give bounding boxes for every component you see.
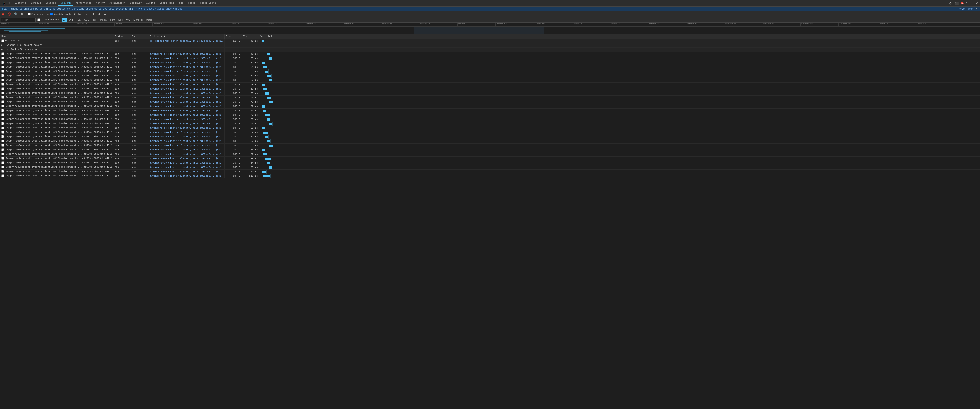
row-checkbox[interactable]	[1, 65, 4, 68]
col-header-initiator[interactable]: Initiator ▲	[148, 34, 224, 39]
table-row[interactable]: ?qsp=true&content-type=application%2Fbon…	[0, 52, 980, 56]
row-checkbox[interactable]	[1, 57, 4, 59]
row-checkbox[interactable]	[1, 144, 4, 146]
row-initiator-cell[interactable]: 3.vendors~so-client-telemetry-aria.d335c…	[148, 113, 224, 117]
row-initiator-cell[interactable]: 3.vendors~so-client-telemetry-aria.d335c…	[148, 121, 224, 126]
row-initiator-cell[interactable]: 3.vendors~so-client-telemetry-aria.d335c…	[148, 52, 224, 56]
preserve-log-checkbox[interactable]: Preserve log	[28, 13, 49, 16]
table-row[interactable]: ?qsp=true&content-type=application%2Fbon…	[0, 100, 980, 104]
row-checkbox[interactable]	[1, 153, 4, 155]
table-row[interactable]: ?qsp=true&content-type=application%2Fbon…	[0, 174, 980, 178]
tab-react[interactable]: React	[186, 1, 197, 6]
row-initiator-cell[interactable]: 3.vendors~so-client-telemetry-aria.d335c…	[148, 148, 224, 152]
error-icon[interactable]: ⬛	[954, 1, 960, 6]
table-row[interactable]: ?qsp=true&content-type=application%2Fbon…	[0, 56, 980, 60]
row-checkbox[interactable]	[1, 109, 4, 112]
device-toggle-icon[interactable]: 📱	[1, 1, 7, 6]
row-initiator-cell[interactable]: 3.vendors~so-client-telemetry-aria.d335c…	[148, 69, 224, 73]
filter-manifest[interactable]: Manifest	[132, 18, 144, 22]
more-options-icon[interactable]: ⋮	[968, 1, 974, 6]
row-initiator-cell[interactable]: 3.vendors~so-client-telemetry-aria.d335c…	[148, 156, 224, 161]
row-checkbox[interactable]	[1, 148, 4, 151]
row-initiator-cell[interactable]: 3.vendors~so-client-telemetry-aria.d335c…	[148, 161, 224, 165]
filter-ws[interactable]: WS	[125, 18, 131, 22]
search-button[interactable]: 🔍	[13, 12, 19, 16]
filter-img[interactable]: Img	[91, 18, 98, 22]
disable-cache-input[interactable]	[50, 13, 53, 16]
row-initiator-cell[interactable]: 3.vendors~so-client-telemetry-aria.d335c…	[148, 165, 224, 169]
disable-cache-checkbox[interactable]: Disable cache	[50, 13, 72, 16]
preserve-log-input[interactable]	[28, 13, 31, 16]
col-header-waterfall[interactable]: Waterfall	[259, 34, 980, 39]
export-har-icon[interactable]: ⬇	[97, 12, 101, 16]
row-name-cell[interactable]: ?qsp=true&content-type=application%2Fbon…	[0, 157, 113, 160]
hide-data-urls-label[interactable]: Hide data URLs	[37, 18, 61, 21]
row-initiator-cell[interactable]: 3.vendors~so-client-telemetry-aria.d335c…	[148, 73, 224, 78]
row-initiator-cell[interactable]: 3.vendors~so-client-telemetry-aria.d335c…	[148, 91, 224, 95]
row-checkbox[interactable]	[1, 157, 4, 160]
tab-performance[interactable]: Performance	[73, 1, 94, 6]
timeline-area[interactable]: 50000 ms 100000 ms 150000 ms 200000 ms 2…	[0, 23, 980, 34]
row-name-cell[interactable]: ?qsp=true&content-type=application%2Fbon…	[0, 65, 113, 68]
table-row[interactable]: ?qsp=true&content-type=application%2Fbon…	[0, 135, 980, 139]
filter-font[interactable]: Font	[109, 18, 116, 22]
close-devtools-icon[interactable]: ✕	[974, 1, 979, 6]
row-name-cell[interactable]: collection	[0, 39, 113, 43]
row-checkbox[interactable]	[1, 140, 4, 142]
row-initiator-cell[interactable]: 3.vendors~so-client-telemetry-aria.d335c…	[148, 130, 224, 135]
row-checkbox[interactable]	[1, 100, 4, 103]
row-checkbox[interactable]	[1, 113, 4, 116]
row-name-cell[interactable]: ?qsp=true&content-type=application%2Fbon…	[0, 104, 113, 108]
row-initiator-cell[interactable]: 3.vendors~so-client-telemetry-aria.d335c…	[148, 56, 224, 60]
row-checkbox[interactable]	[1, 127, 4, 129]
table-row[interactable]: ?qsp=true&content-type=application%2Fbon…	[0, 108, 980, 113]
row-initiator-cell[interactable]: 3.vendors~so-client-telemetry-aria.d335c…	[148, 143, 224, 148]
table-row[interactable]: ?qsp=true&content-type=application%2Fbon…	[0, 130, 980, 135]
tab-console[interactable]: Console	[29, 1, 43, 6]
row-checkbox[interactable]	[1, 53, 4, 55]
tab-network[interactable]: Network	[58, 1, 73, 6]
row-name-cell[interactable]: ?qsp=true&content-type=application%2Fbon…	[0, 161, 113, 164]
row-name-cell[interactable]: ?qsp=true&content-type=application%2Fbon…	[0, 118, 113, 121]
table-row[interactable]: ?qsp=true&content-type=application%2Fbon…	[0, 126, 980, 130]
clear-button[interactable]: 🚫	[7, 12, 12, 16]
appearance-link[interactable]: Appearance	[157, 8, 172, 10]
theme-link[interactable]: Theme	[175, 8, 182, 10]
row-checkbox[interactable]	[1, 92, 4, 94]
row-checkbox[interactable]	[1, 105, 4, 107]
row-checkbox[interactable]	[1, 170, 4, 173]
row-checkbox[interactable]	[1, 118, 4, 121]
row-initiator-cell[interactable]: 3.vendors~so-client-telemetry-aria.d335c…	[148, 78, 224, 82]
filter-css[interactable]: CSS	[83, 18, 91, 22]
throttle-dropdown-icon[interactable]: ▾	[85, 12, 88, 16]
tab-sources[interactable]: Sources	[43, 1, 58, 6]
table-row[interactable]: ?qsp=true&content-type=application%2Fbon…	[0, 139, 980, 143]
row-name-cell[interactable]: ?qsp=true&content-type=application%2Fbon…	[0, 74, 113, 77]
hide-data-urls-checkbox[interactable]	[37, 18, 40, 21]
import-har-icon[interactable]: ⬆	[92, 12, 96, 16]
row-name-cell[interactable]: ?qsp=true&content-type=application%2Fbon…	[0, 78, 113, 82]
row-checkbox[interactable]	[1, 122, 4, 125]
row-name-cell[interactable]: ?qsp=true&content-type=application%2Fbon…	[0, 139, 113, 143]
row-checkbox[interactable]	[1, 70, 4, 73]
tab-axe[interactable]: axe	[177, 1, 186, 6]
row-checkbox[interactable]	[1, 166, 4, 168]
row-checkbox[interactable]	[1, 96, 4, 99]
row-initiator-cell[interactable]: 3.vendors~so-client-telemetry-aria.d335c…	[148, 95, 224, 100]
online-button[interactable]: Online	[73, 12, 83, 16]
row-name-cell[interactable]: ?qsp=true&content-type=application%2Fbon…	[0, 174, 113, 178]
row-initiator-cell[interactable]: 3.vendors~so-client-telemetry-aria.d335c…	[148, 100, 224, 104]
row-initiator-cell[interactable]: 3.vendors~so-client-telemetry-aria.d335c…	[148, 139, 224, 143]
row-name-cell[interactable]: ?qsp=true&content-type=application%2Fbon…	[0, 126, 113, 130]
row-initiator-cell[interactable]	[148, 48, 224, 52]
table-row[interactable]: ?qsp=true&content-type=application%2Fbon…	[0, 65, 980, 69]
row-name-cell[interactable]: ?qsp=true&content-type=application%2Fbon…	[0, 91, 113, 95]
clear-cache-icon[interactable]: ⏏	[103, 12, 107, 16]
element-picker-icon[interactable]: ↖	[7, 1, 12, 6]
table-row[interactable]: ?qsp=true&content-type=application%2Fbon…	[0, 60, 980, 65]
settings-icon[interactable]: ⚙	[948, 1, 953, 6]
table-row[interactable]: ?qsp=true&content-type=application%2Fbon…	[0, 169, 980, 174]
col-header-type[interactable]: Type	[130, 34, 148, 39]
row-name-cell[interactable]: ?qsp=true&content-type=application%2Fbon…	[0, 165, 113, 169]
row-initiator-cell[interactable]: 3.vendors~so-client-telemetry-aria.d335c…	[148, 152, 224, 156]
